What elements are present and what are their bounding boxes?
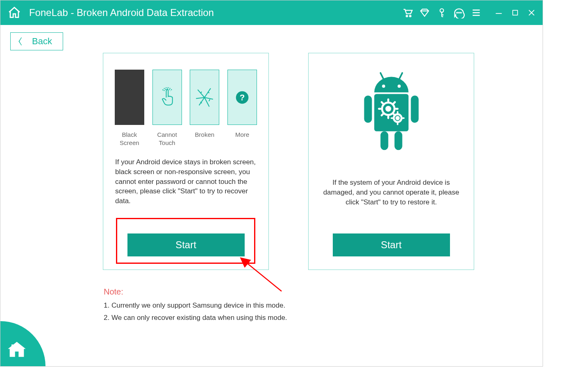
back-arrow-icon (18, 37, 25, 46)
svg-rect-13 (374, 94, 409, 131)
feedback-icon[interactable] (453, 7, 465, 18)
svg-point-0 (406, 15, 408, 17)
svg-rect-15 (411, 95, 418, 123)
back-label: Back (32, 36, 52, 47)
svg-point-2 (440, 9, 444, 12)
titlebar: FoneLab - Broken Android Data Extraction (0, 0, 543, 25)
key-icon[interactable] (436, 7, 448, 18)
svg-text:?: ? (240, 93, 245, 102)
question-icon: ? (227, 70, 257, 125)
system-damaged-card: If the system of your Android device is … (308, 53, 474, 270)
svg-point-11 (382, 85, 385, 88)
bottom-home-button[interactable] (0, 321, 45, 366)
scenario-broken: Broken (189, 70, 221, 147)
touch-icon (152, 70, 182, 125)
card1-description: If your Android device stays in broken s… (114, 157, 258, 206)
note-line-2: 2. We can only recover existing data whe… (104, 314, 287, 322)
scenario-more: ? More (226, 70, 258, 147)
scenario-black-screen: Black Screen (114, 70, 145, 147)
close-button[interactable] (527, 8, 536, 17)
start-button-restore[interactable]: Start (333, 233, 450, 256)
svg-point-21 (396, 117, 399, 119)
svg-point-1 (409, 15, 411, 17)
cart-icon[interactable] (402, 7, 413, 18)
svg-point-3 (457, 12, 457, 13)
svg-point-12 (398, 85, 401, 88)
svg-point-4 (459, 12, 459, 13)
home-icon (6, 339, 27, 360)
start-button-recover[interactable]: Start (127, 233, 245, 256)
home-icon[interactable] (7, 5, 22, 20)
card2-description: If the system of your Android device is … (319, 178, 464, 207)
android-icon (319, 70, 464, 156)
svg-rect-23 (11, 344, 13, 348)
note-section: Note: 1. Currently we only support Samsu… (104, 287, 287, 326)
black-screen-icon (115, 70, 144, 125)
diamond-icon[interactable] (419, 7, 430, 18)
note-heading: Note: (104, 287, 287, 297)
svg-rect-14 (364, 95, 372, 123)
scenario-cannot-touch: Cannot Touch (151, 70, 183, 147)
crack-icon (190, 70, 219, 125)
maximize-button[interactable] (511, 8, 520, 17)
svg-rect-6 (513, 10, 518, 15)
svg-rect-16 (380, 131, 388, 150)
broken-screen-card: Black Screen Cannot Touch (103, 53, 269, 270)
svg-point-5 (461, 12, 461, 13)
menu-icon[interactable] (470, 7, 482, 18)
note-line-1: 1. Currently we only support Samsung dev… (104, 301, 287, 310)
app-title: FoneLab - Broken Android Data Extraction (29, 7, 402, 18)
svg-rect-17 (394, 131, 402, 150)
svg-point-19 (386, 107, 390, 111)
minimize-button[interactable] (494, 8, 503, 17)
back-button[interactable]: Back (10, 32, 63, 50)
